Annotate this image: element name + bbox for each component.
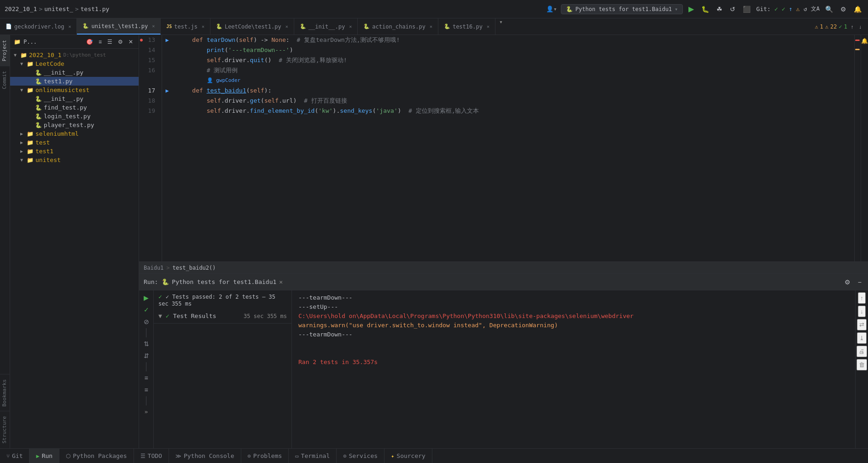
tab-action-chains[interactable]: 🐍 action_chains.py ✕ (358, 18, 438, 35)
tree-item-leetcode[interactable]: ▼ 📁 LeetCode (10, 59, 139, 68)
run-collapse-btn[interactable]: ≡ (141, 384, 151, 395)
tree-item-test1-folder[interactable]: ▶ 📁 test1 (10, 147, 139, 156)
status-python-packages[interactable]: ⬡ Python Packages (59, 449, 134, 463)
tree-item-player-test[interactable]: 🐍 player_test.py (10, 121, 139, 129)
status-sourcery[interactable]: ✦ Sourcery (384, 449, 432, 463)
sourcery-icon: ✦ (391, 453, 394, 459)
tree-label-om-init: __init__.py (44, 95, 83, 102)
stop-button[interactable]: ⬛ (741, 5, 752, 14)
panel-close-btn[interactable]: ✕ (127, 38, 135, 46)
tree-label-login-test: login_test.py (44, 113, 91, 120)
tab-test1[interactable]: 🐍 unitest_\test1.py ✕ (77, 18, 161, 35)
run-arrow-17[interactable]: ▶ (165, 86, 169, 96)
pass-checkmark: ✓ (158, 293, 166, 300)
terminal-label: Terminal (301, 452, 330, 459)
run-divider-3 (146, 396, 146, 405)
code-content[interactable]: def tearDown(self) -> None: # 复盘tearDown… (172, 35, 854, 261)
ok-icon: ✓ (839, 23, 842, 30)
breadcrumb-class[interactable]: Baidu1 (144, 265, 163, 271)
status-python-console[interactable]: ≫ Python Console (169, 449, 241, 463)
vtab-structure[interactable]: Structure (0, 411, 10, 448)
status-services[interactable]: ⊙ Services (337, 449, 384, 463)
debug-button[interactable]: 🐛 (699, 5, 711, 14)
run-sort-desc-btn[interactable]: ⇵ (141, 350, 152, 361)
status-terminal[interactable]: ▭ Terminal (289, 449, 337, 463)
tab-more-button[interactable]: ▾ (495, 18, 507, 35)
tree-icon-leetcode: 📁 (27, 61, 34, 67)
tree-item-find-test[interactable]: 🐍 find_test.py (10, 103, 139, 112)
tree-item-root[interactable]: ▼ 📁 2022_10_1 D:\python_test (10, 51, 139, 59)
run-expand-btn[interactable]: ≡ (141, 372, 151, 383)
breadcrumb-folder[interactable]: unitest_ (44, 6, 73, 12)
tree-item-test[interactable]: ▶ 📁 test (10, 138, 139, 147)
vtab-project[interactable]: Project (0, 35, 10, 66)
print-btn[interactable]: 🖨 (856, 346, 867, 357)
settings-button[interactable]: ⚙ (839, 5, 848, 14)
tab-testjs[interactable]: JS test.js ✕ (161, 18, 210, 35)
tree-item-test1-py[interactable]: 🐍 test1.py (10, 77, 139, 86)
status-spacer (432, 449, 868, 463)
run-arrow-13[interactable]: ▶ (165, 35, 169, 45)
tab-close-action-chains[interactable]: ✕ (430, 24, 432, 29)
tab-test16[interactable]: 🐍 test16.py ✕ (438, 18, 495, 35)
status-run[interactable]: ▶ Run (29, 449, 59, 463)
search-button[interactable]: 🔍 (823, 5, 835, 14)
tab-close-test1[interactable]: ✕ (152, 23, 155, 29)
panel-menu-btn[interactable]: ☰ (105, 38, 114, 46)
scroll-down-output-btn[interactable]: ↓ (858, 306, 866, 317)
coverage-button[interactable]: ☘ (715, 5, 724, 14)
tab-close-testjs[interactable]: ✕ (202, 24, 204, 29)
breadcrumb-file[interactable]: test1.py (81, 6, 110, 12)
python-packages-icon: ⬡ (66, 453, 70, 459)
tab-geckodriver[interactable]: 📄 geckodriver.log ✕ (0, 18, 77, 35)
tree-item-unitest[interactable]: ▼ 📁 unitest (10, 156, 139, 164)
notifications-button[interactable]: 🔔 (852, 5, 863, 14)
run-title-close-tab[interactable]: ✕ (279, 278, 283, 285)
run-config-button[interactable]: 🐍 Python tests for test1.Baidu1 ▾ (561, 4, 683, 14)
test-results-row[interactable]: ▼ ✓ Test Results 35 sec 355 ms (154, 309, 291, 324)
status-todo[interactable]: ☰ TODO (134, 449, 169, 463)
vtab-bookmarks[interactable]: Bookmarks (0, 374, 10, 411)
run-more-btn[interactable]: » (143, 406, 150, 417)
tab-leetcode-test1[interactable]: 🐍 LeetCode\test1.py ✕ (210, 18, 294, 35)
breadcrumb-method[interactable]: test_baidu2() (173, 265, 216, 271)
scroll-down-button[interactable]: ↓ (857, 23, 864, 30)
tree-label-find-test: find_test.py (44, 104, 87, 111)
status-git[interactable]: ⑂ Git (0, 449, 29, 463)
tab-close-leetcode[interactable]: ✕ (285, 24, 288, 29)
tree-item-onlinemusic[interactable]: ▼ 📁 onlinemusictest (10, 86, 139, 94)
tab-close-init[interactable]: ✕ (349, 24, 352, 29)
save-output-btn[interactable]: ⤓ (857, 332, 867, 344)
test-results-arrow[interactable]: ▼ (158, 313, 162, 319)
run-stop-btn[interactable]: ⊘ (141, 316, 152, 327)
pass-message-text: ✓ Tests passed: 2 of 2 tests – 35 sec 35… (158, 294, 275, 307)
run-panel-settings-btn[interactable]: ⚙ (843, 278, 852, 287)
scroll-up-button[interactable]: ↑ (849, 23, 856, 30)
breakpoint-13: ● (140, 35, 143, 45)
soft-wrap-btn[interactable]: ⇄ (857, 319, 867, 330)
status-problems[interactable]: ⊙ Problems (241, 449, 289, 463)
run-play-btn[interactable]: ▶ (141, 292, 151, 303)
tree-item-login-test[interactable]: 🐍 login_test.py (10, 112, 139, 121)
tree-item-seleniumhtml[interactable]: ▶ 📁 seleniumhtml (10, 129, 139, 138)
run-check-btn[interactable]: ✓ (141, 304, 152, 315)
run-button[interactable]: ▶ (687, 4, 696, 14)
breadcrumb-project[interactable]: 2022_10_1 (5, 6, 37, 12)
tree-item-om-init[interactable]: 🐍 __init__.py (10, 94, 139, 103)
rerun-button[interactable]: ↺ (728, 5, 737, 14)
tab-close-test16[interactable]: ✕ (487, 24, 489, 29)
panel-list-btn[interactable]: ≡ (97, 38, 104, 46)
tree-item-init-py[interactable]: 🐍 __init__.py (10, 68, 139, 77)
scroll-up-output-btn[interactable]: ↑ (858, 292, 866, 304)
run-sort-asc-btn[interactable]: ⇅ (141, 338, 152, 349)
panel-target-btn[interactable]: 🎯 (84, 38, 95, 46)
vtab-commit[interactable]: Commit (0, 66, 10, 94)
tab-icon-leetcode: 🐍 (216, 23, 222, 29)
panel-settings-btn[interactable]: ⚙ (116, 38, 125, 46)
clear-btn[interactable]: 🗑 (856, 359, 867, 370)
run-panel-close-btn[interactable]: − (856, 278, 863, 287)
tab-close-geckodriver[interactable]: ✕ (68, 24, 71, 29)
git-sync-icon: ↺ (804, 6, 807, 12)
notif-bell-icon[interactable]: 🔔 (860, 37, 868, 45)
tab-init[interactable]: 🐍 __init__.py ✕ (294, 18, 358, 35)
